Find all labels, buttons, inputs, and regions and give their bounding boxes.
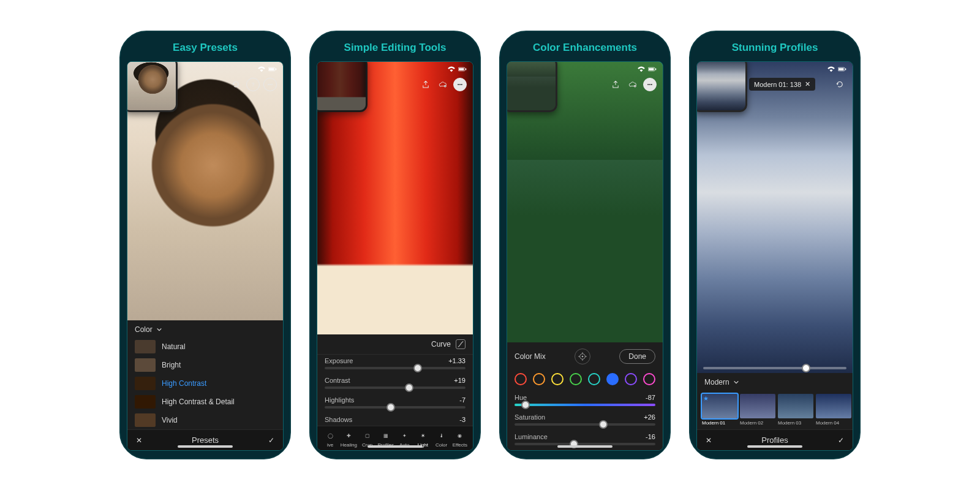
profiles-strip[interactable]: ★Modern 01 Modern 02 Modern 03 Modern 04… — [697, 390, 853, 429]
swatch-purple[interactable] — [625, 373, 637, 385]
slider-highlights[interactable]: Highlights-7 — [317, 394, 473, 413]
done-button[interactable]: Done — [619, 349, 655, 364]
swatch-green[interactable] — [570, 373, 582, 385]
before-thumbnail[interactable] — [127, 61, 178, 112]
slider-contrast[interactable]: Contrast+19 — [317, 374, 473, 394]
swatch-blue[interactable] — [606, 373, 619, 385]
tool-selective[interactable]: ◯ive — [321, 430, 339, 448]
preset-item[interactable]: High Contrast — [127, 374, 283, 393]
svg-rect-24 — [839, 68, 843, 70]
help-icon[interactable]: ? — [246, 78, 260, 91]
slider-value: +19 — [454, 377, 466, 384]
before-thumbnail[interactable] — [696, 61, 747, 112]
svg-rect-9 — [466, 69, 466, 70]
intensity-slider[interactable] — [703, 367, 846, 369]
slider-knob[interactable] — [802, 364, 810, 372]
preset-item[interactable]: Bright — [127, 356, 283, 374]
tool-effects[interactable]: ◉Effects — [451, 430, 469, 448]
panel-title: Presets — [192, 435, 219, 445]
profile-item[interactable]: Modern 02 — [740, 394, 775, 426]
slider-knob[interactable] — [521, 401, 530, 409]
preset-category-dropdown[interactable]: Color — [127, 320, 283, 337]
phone-title: Simple Editing Tools — [311, 32, 480, 61]
confirm-icon[interactable]: ✓ — [268, 436, 274, 445]
swatch-red[interactable] — [514, 373, 527, 385]
profile-category-dropdown[interactable]: Modern — [697, 373, 853, 390]
slider-track[interactable] — [325, 406, 466, 409]
favorite-star-icon: ★ — [703, 395, 709, 402]
profile-item[interactable]: Modern 03 — [778, 394, 813, 426]
svg-rect-8 — [459, 68, 464, 70]
panel-title: Profiles — [761, 435, 788, 445]
slider-label: Contrast — [325, 377, 350, 384]
phone-title: Stunning Profiles — [690, 32, 859, 61]
slider-hue[interactable]: Hue-87 — [507, 391, 663, 411]
more-icon[interactable] — [643, 78, 657, 91]
svg-point-13 — [461, 84, 462, 85]
colormix-label: Color Mix — [514, 352, 546, 361]
close-icon[interactable]: ✕ — [136, 436, 142, 445]
slider-track[interactable] — [514, 404, 655, 406]
home-indicator — [747, 445, 802, 448]
confirm-icon[interactable]: ✓ — [838, 436, 844, 445]
more-icon[interactable] — [263, 78, 277, 91]
swatch-orange[interactable] — [533, 373, 545, 385]
svg-point-5 — [270, 84, 271, 85]
slider-track[interactable] — [514, 423, 655, 426]
close-tip-icon[interactable]: ✕ — [805, 80, 810, 88]
tool-color[interactable]: 🌡Color — [432, 430, 451, 448]
tool-healing[interactable]: ✚Healing — [339, 430, 358, 448]
svg-point-20 — [651, 84, 652, 85]
battery-icon — [268, 66, 277, 72]
phone-profiles: Stunning Profiles Modern 01: 138 ✕ Moder… — [689, 31, 861, 459]
undo-icon[interactable] — [229, 78, 243, 91]
slider-label: Saturation — [514, 413, 545, 421]
slider-knob[interactable] — [386, 403, 395, 412]
slider-track[interactable] — [325, 367, 466, 369]
curve-row[interactable]: Curve — [317, 334, 473, 355]
close-icon[interactable]: ✕ — [706, 436, 712, 445]
preset-item[interactable]: Vivid — [127, 411, 283, 429]
preset-item[interactable]: High Contrast & Detail — [127, 393, 283, 411]
svg-point-12 — [459, 84, 461, 85]
swatch-yellow[interactable] — [551, 373, 564, 385]
preset-label: Bright — [162, 361, 181, 369]
share-icon[interactable] — [419, 78, 432, 91]
profile-label: Modern 01 — [702, 420, 737, 426]
svg-point-6 — [271, 84, 273, 85]
svg-rect-25 — [845, 69, 846, 70]
status-bar — [257, 66, 277, 72]
slider-exposure[interactable]: Exposure+1.33 — [317, 355, 473, 374]
target-picker-icon[interactable] — [575, 349, 590, 364]
presets-panel: Color Natural Bright High Contrast High … — [127, 320, 283, 450]
cloud-sync-icon[interactable] — [626, 78, 639, 91]
slider-track[interactable] — [325, 386, 466, 389]
preset-thumb — [135, 413, 156, 427]
before-thumbnail[interactable] — [507, 61, 557, 112]
before-thumbnail[interactable] — [317, 61, 368, 112]
swatch-magenta[interactable] — [643, 373, 655, 385]
preset-item[interactable]: Natural — [127, 337, 283, 356]
profile-item[interactable]: ★Modern 01 — [702, 394, 737, 426]
more-icon[interactable] — [453, 78, 467, 91]
undo-icon[interactable] — [833, 78, 846, 91]
preset-label: High Contrast & Detail — [162, 398, 235, 406]
preset-thumb — [135, 377, 156, 390]
profile-label: Modern 02 — [740, 420, 775, 426]
slider-knob[interactable] — [405, 383, 413, 392]
tip-label: Modern 01: 138 — [754, 81, 801, 88]
tool-label: Color — [435, 442, 447, 448]
swatch-aqua[interactable] — [588, 373, 600, 385]
svg-point-18 — [647, 84, 649, 85]
profile-label: Modern 04 — [816, 420, 851, 426]
slider-shadows[interactable]: Shadows-3 — [317, 413, 473, 423]
slider-saturation[interactable]: Saturation+26 — [507, 411, 663, 431]
cloud-sync-icon[interactable] — [436, 78, 450, 91]
share-icon[interactable] — [609, 78, 622, 91]
status-bar — [827, 66, 846, 72]
slider-knob[interactable] — [413, 364, 422, 372]
slider-knob[interactable] — [599, 420, 608, 429]
phone-editing: Simple Editing Tools Curve Exposure+1.33… — [309, 31, 481, 459]
svg-rect-16 — [655, 69, 656, 70]
profile-item[interactable]: Modern 04 — [816, 394, 851, 426]
